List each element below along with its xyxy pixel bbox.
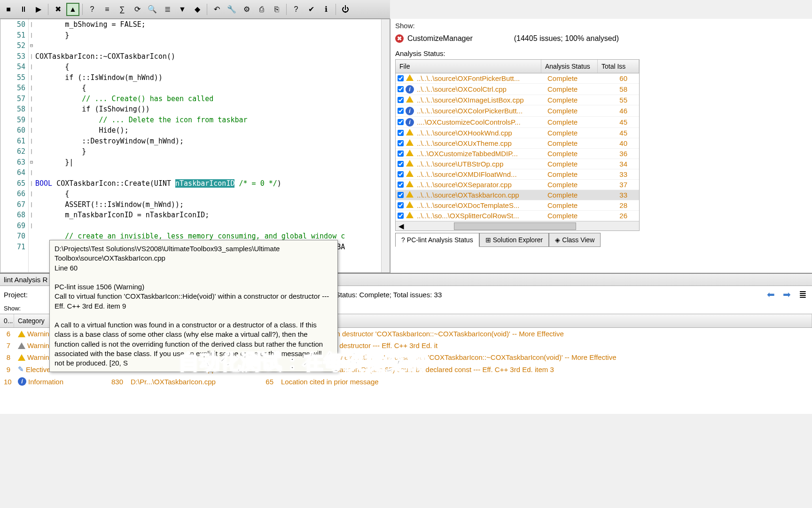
file-row[interactable]: ..\..\..\source\OXHookWnd.cppComplete45	[396, 128, 639, 138]
manager-name[interactable]: CustomizeManager	[407, 34, 473, 43]
file-name: ....\OXCustomizeCoolControlsP...	[417, 118, 547, 126]
toolbar-btn-5[interactable]: ?	[86, 3, 99, 16]
file-status: Complete	[547, 160, 604, 168]
file-total: 34	[604, 160, 627, 168]
file-total: 45	[604, 118, 627, 126]
toolbar-btn-20[interactable]: ℹ	[320, 3, 333, 16]
file-total: 33	[604, 191, 627, 199]
tooltip-issue-title: PC-lint issue 1506 (Warning)	[55, 282, 333, 292]
toolbar-btn-17[interactable]: ⎘	[270, 3, 283, 16]
file-row[interactable]: ..\..\OXCustomizeTabbedMDIP...Complete36	[396, 149, 639, 159]
col-total[interactable]: Total Iss	[598, 60, 639, 73]
file-name: ..\..\..\source\OXSeparator.cpp	[417, 181, 547, 189]
analysis-panel: Show: ✖ CustomizeManager (14405 issues; …	[390, 19, 812, 273]
file-status: Complete	[547, 107, 604, 115]
file-row[interactable]: ..\..\..\source\OXSeparator.cppComplete3…	[396, 180, 639, 190]
tab-icon: ⊞	[485, 236, 491, 244]
file-status: Complete	[547, 170, 604, 178]
toolbar-btn-14[interactable]: 🔧	[225, 3, 238, 16]
toolbar-btn-1[interactable]: ⏸	[17, 3, 30, 16]
file-checkbox[interactable]	[398, 108, 404, 114]
file-row[interactable]: ..\..\..\source\OXTaskbarIcon.cppComplet…	[396, 190, 639, 200]
info-icon: i	[18, 377, 26, 386]
file-checkbox[interactable]	[398, 97, 404, 103]
toolbar-btn-8[interactable]: ⟳	[131, 3, 144, 16]
code-editor[interactable]: 5051525354555657585960616263646566676869…	[0, 19, 390, 273]
warning-icon	[406, 170, 414, 177]
file-checkbox[interactable]	[398, 151, 404, 157]
caption-overlay: 自动化测试：在每次提交前	[179, 348, 427, 376]
toolbar-btn-4[interactable]: ▲	[66, 3, 79, 16]
col-status[interactable]: Analysis Status	[541, 60, 598, 73]
toolbar-btn-7[interactable]: ∑	[116, 3, 129, 16]
toolbar-btn-9[interactable]: 🔍	[146, 3, 159, 16]
status-summary: Status: Complete; Total issues: 33	[336, 291, 442, 299]
vertical-scrollbar[interactable]	[381, 19, 390, 272]
file-table-header[interactable]: File Analysis Status Total Iss	[396, 60, 639, 73]
file-row[interactable]: ..\..\..\source\OXImageListBox.cppComple…	[396, 95, 639, 105]
tab-icon: ?	[401, 236, 405, 244]
file-row[interactable]: ..\..\..\source\OXUxTheme.cppComplete40	[396, 138, 639, 149]
warning-icon	[406, 201, 414, 208]
toolbar-btn-6[interactable]: ≡	[101, 3, 114, 16]
toolbar-btn-2[interactable]: ▶	[32, 3, 45, 16]
tab-class-view[interactable]: ◈Class View	[549, 233, 601, 247]
warning-icon	[406, 150, 414, 156]
file-checkbox[interactable]	[398, 182, 404, 188]
warning-icon	[406, 129, 414, 135]
file-status: Complete	[547, 85, 604, 93]
file-checkbox[interactable]	[398, 213, 404, 219]
tooltip-path: D:\Projects\Test Solutions\VS2008\Ultima…	[55, 244, 333, 263]
horizontal-scrollbar[interactable]: ◀	[396, 221, 639, 230]
file-checkbox[interactable]	[398, 119, 404, 125]
file-status: Complete	[547, 74, 604, 82]
file-row[interactable]: i..\..\..\source\OXCoolCtrl.cppComplete5…	[396, 84, 639, 95]
manager-stats: (14405 issues; 100% analysed)	[514, 34, 619, 43]
toolbar-btn-19[interactable]: ✔	[304, 3, 318, 16]
file-row[interactable]: ..\..\..\source\UTBStrOp.cppComplete34	[396, 159, 639, 169]
file-row[interactable]: ..\..\..\source\OXFontPickerButt...Compl…	[396, 73, 639, 84]
file-checkbox[interactable]	[398, 140, 404, 146]
warning-icon	[406, 160, 414, 167]
toolbar-btn-10[interactable]: ≣	[161, 3, 174, 16]
file-row[interactable]: ..\..\..\source\OXMDIFloatWnd...Complete…	[396, 169, 639, 180]
toolbar-btn-13[interactable]: ↶	[210, 3, 223, 16]
file-checkbox[interactable]	[398, 192, 404, 198]
tab-solution-explorer[interactable]: ⊞Solution Explorer	[479, 233, 549, 247]
file-row[interactable]: i....\OXCustomizeCoolControlsP...Complet…	[396, 117, 639, 128]
file-total: 36	[604, 150, 627, 158]
file-name: ..\..\..\source\OXMDIFloatWnd...	[417, 170, 547, 178]
file-total: 28	[604, 201, 627, 209]
file-name: ..\..\OXCustomizeTabbedMDIP...	[417, 150, 547, 158]
file-row[interactable]: i..\..\..\source\OXColorPickerButt...Com…	[396, 105, 639, 117]
file-status: Complete	[547, 212, 604, 220]
tab-pc-lint-analysis-status[interactable]: ?PC-lint Analysis Status	[395, 233, 479, 247]
toolbar-btn-21[interactable]: ⏻	[339, 3, 352, 16]
file-checkbox[interactable]	[398, 171, 404, 177]
toolbar-btn-16[interactable]: ⎙	[255, 3, 268, 16]
list-icon[interactable]: ≣	[797, 289, 808, 300]
file-checkbox[interactable]	[398, 202, 404, 208]
col-file[interactable]: File	[396, 60, 541, 73]
file-row[interactable]: ..\..\..\source\OXDocTemplateS...Complet…	[396, 200, 639, 211]
toolbar-btn-0[interactable]: ■	[2, 3, 15, 16]
panel-tabs: ?PC-lint Analysis Status⊞Solution Explor…	[395, 233, 807, 247]
next-arrow-icon[interactable]: ➡	[781, 289, 792, 300]
file-checkbox[interactable]	[398, 130, 404, 136]
toolbar-btn-12[interactable]: ◆	[191, 3, 204, 16]
file-checkbox[interactable]	[398, 161, 404, 167]
file-checkbox[interactable]	[398, 75, 404, 81]
toolbar-btn-3[interactable]: ✖	[51, 3, 64, 16]
file-name: ..\..\..\source\OXDocTemplateS...	[417, 201, 547, 209]
code-area[interactable]: m_bShowing = FALSE; }COXTaskbarIcon::~CO…	[34, 19, 381, 272]
toolbar-btn-11[interactable]: ▼	[176, 3, 189, 16]
file-checkbox[interactable]	[398, 86, 404, 92]
toolbar-btn-18[interactable]: ?	[289, 3, 303, 16]
issue-row[interactable]: 10i Information830D:\Pr...\OXTaskbarIcon…	[0, 375, 812, 388]
file-row[interactable]: ..\..\..\so...\OXSplitterColRowSt...Comp…	[396, 211, 639, 221]
toolbar-btn-15[interactable]: ⚙	[240, 3, 253, 16]
prev-arrow-icon[interactable]: ⬅	[765, 289, 776, 300]
file-total: 26	[604, 212, 627, 220]
file-total: 37	[604, 181, 627, 189]
fold-gutter[interactable]: ||⊟||||||||||⊟||||||	[29, 19, 34, 272]
